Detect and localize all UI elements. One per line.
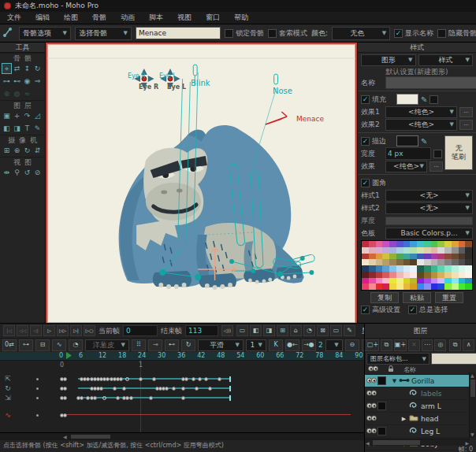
keyframe-dot[interactable]	[204, 377, 208, 381]
timeline-grid-view-button[interactable]: ⊞	[277, 325, 288, 336]
palette-swatch[interactable]	[362, 278, 369, 284]
hide-bones-checkbox-box[interactable]	[437, 29, 446, 38]
palette-swatch[interactable]	[431, 278, 438, 284]
palette-swatch[interactable]	[362, 254, 369, 260]
palette-swatch[interactable]	[362, 283, 369, 290]
palette-swatch[interactable]	[410, 265, 417, 272]
flip-layer-v-tool[interactable]: ◨	[13, 124, 21, 133]
palette-swatch[interactable]	[410, 272, 417, 278]
palette-swatch[interactable]	[417, 278, 424, 284]
jump-to-start-button[interactable]: |◁	[3, 325, 15, 336]
end-frame-field[interactable]: 113	[185, 325, 218, 336]
palette-swatch[interactable]	[459, 241, 466, 247]
channel-enable-dot[interactable]	[36, 378, 39, 380]
layer-row[interactable]: ▼Gorilla	[365, 375, 476, 387]
extra-dropdown[interactable]: ▼	[325, 339, 343, 351]
keyframe-button[interactable]: K	[269, 339, 283, 351]
bone-name-input[interactable]	[136, 27, 221, 39]
palette-swatch[interactable]	[437, 272, 444, 278]
layer-name[interactable]: Leg L	[421, 428, 440, 435]
timeline-track-area[interactable]: 061218243036424854606672788490 01⇱↻⇲∿	[0, 352, 364, 432]
palette-swatch[interactable]	[396, 283, 403, 290]
palette-swatch[interactable]	[465, 259, 472, 265]
menu-item[interactable]: 视图	[170, 12, 199, 24]
palette-swatch[interactable]	[431, 241, 438, 247]
track-camera-tool[interactable]: ⊞	[2, 146, 11, 155]
palette-swatch[interactable]	[437, 283, 444, 290]
stroke-effect-options-button[interactable]: ...	[430, 161, 443, 172]
palette-swatch[interactable]	[431, 247, 438, 254]
palette-swatch[interactable]	[362, 241, 369, 247]
palette-swatch[interactable]	[382, 272, 389, 278]
lock-bone-checkbox[interactable]: 锁定骨骼	[225, 28, 264, 39]
palette-swatch[interactable]	[431, 265, 438, 272]
palette-swatch[interactable]	[465, 272, 472, 278]
show-names-checkbox[interactable]: ✓ 显示名称	[394, 28, 433, 39]
palette-swatch[interactable]	[389, 259, 396, 265]
delete-layer-button[interactable]: ×	[408, 339, 420, 351]
add-bone-tool[interactable]: ⊶	[2, 76, 11, 86]
palette-swatch[interactable]	[431, 283, 438, 290]
palette-swatch[interactable]	[410, 283, 417, 290]
rotate-view-tool[interactable]: ↺	[23, 168, 32, 177]
zoom-view-tool[interactable]: ⚲	[13, 168, 21, 177]
style2-dropdown[interactable]: <无>▼	[385, 202, 473, 214]
palette-swatch[interactable]	[437, 241, 444, 247]
rotate-keys-icon[interactable]: ↻	[181, 339, 195, 351]
palette-swatch[interactable]	[437, 278, 444, 284]
palette-swatch[interactable]	[389, 254, 396, 260]
palette-swatch[interactable]	[417, 272, 424, 278]
layer-visibility-icon[interactable]	[365, 402, 377, 410]
palette-swatch[interactable]	[459, 278, 466, 284]
keyframe-dot[interactable]	[129, 396, 133, 400]
duplicate-layer-button[interactable]: ⧉	[381, 339, 392, 351]
timeline-channels-view-button[interactable]: ▭	[236, 325, 248, 336]
keyframe-dot[interactable]	[139, 377, 143, 381]
fill-extra-checkbox[interactable]	[430, 95, 438, 104]
palette-swatch[interactable]	[452, 265, 459, 272]
menu-item[interactable]: 动画	[113, 12, 142, 24]
bind-points-tool[interactable]: ⊛	[2, 89, 11, 98]
palette-swatch[interactable]	[424, 259, 431, 265]
palette-swatch[interactable]	[376, 278, 383, 284]
palette-swatch[interactable]	[417, 265, 424, 272]
palette-swatch[interactable]	[417, 241, 424, 247]
palette-swatch[interactable]	[376, 265, 383, 272]
palette-swatch[interactable]	[465, 247, 472, 254]
bone-color-dropdown[interactable]: 无色▼	[332, 27, 390, 40]
palette-swatch[interactable]	[403, 247, 411, 254]
keyframe-dot[interactable]	[181, 387, 185, 391]
timeline-split-view-button[interactable]: ◧	[250, 325, 262, 336]
layers-horizontal-scrollbar[interactable]: ◀ ▶	[365, 439, 470, 446]
rounded-corners-checkbox[interactable]: ✓	[361, 179, 370, 187]
layer-color-swatch[interactable]	[377, 376, 386, 385]
palette-dropdown[interactable]: Basic Colors.p...▼	[385, 228, 473, 239]
channel-enable-dot[interactable]	[36, 387, 39, 390]
palette-swatch[interactable]	[444, 283, 452, 290]
layer-name[interactable]: arm L	[421, 402, 441, 410]
palette-swatch[interactable]	[459, 283, 466, 290]
layer-visibility-icon[interactable]	[365, 428, 377, 435]
palette-swatch[interactable]	[437, 265, 444, 272]
keyframe-dot[interactable]	[116, 396, 120, 400]
always-select-checkbox-box[interactable]: ✓	[408, 306, 417, 314]
palette-swatch[interactable]	[410, 247, 417, 254]
always-select-checkbox[interactable]: ✓ 总是选择	[408, 305, 448, 315]
palette-swatch[interactable]	[369, 247, 376, 254]
palette-swatch[interactable]	[403, 254, 411, 260]
keyframe-dot[interactable]	[218, 377, 221, 381]
keyframe-dot[interactable]	[152, 377, 156, 381]
layer-row[interactable]: labels	[365, 387, 476, 400]
style-preset-dropdown[interactable]: 样式▼	[418, 54, 474, 66]
palette-swatch[interactable]	[369, 283, 376, 290]
stroke-effect-dropdown[interactable]: <纯色>▼	[385, 161, 427, 172]
palette-swatch[interactable]	[459, 272, 466, 278]
layer-row[interactable]: Leg L	[365, 425, 476, 438]
palette-swatch[interactable]	[369, 265, 376, 272]
sound-strip-button[interactable]: ▭	[330, 325, 342, 336]
lasso-mode-checkbox-box[interactable]	[268, 29, 277, 38]
fill-effect1-options-button[interactable]: ...	[459, 107, 473, 117]
palette-swatch[interactable]	[424, 283, 431, 290]
document-canvas[interactable]: Eye R Eye R Eye L Eye L Blink Nose Menac…	[46, 43, 357, 324]
palette-swatch[interactable]	[459, 254, 466, 260]
